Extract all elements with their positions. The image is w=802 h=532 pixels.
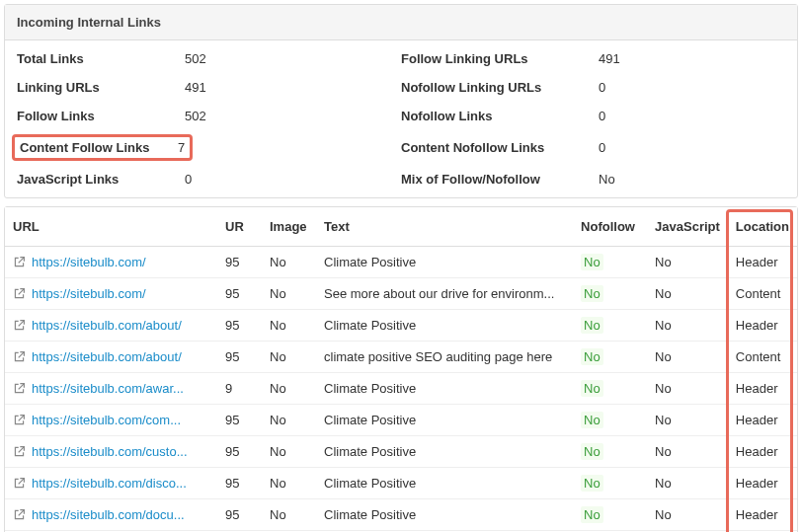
stats-value: 0 bbox=[599, 140, 605, 155]
cell-location: Header bbox=[728, 468, 797, 499]
stats-row: Total Links502Follow Linking URLs491 bbox=[5, 44, 797, 73]
content-follow-links-highlight: Content Follow Links7 bbox=[12, 134, 193, 161]
stats-label: Follow Linking URLs bbox=[401, 51, 599, 66]
cell-nofollow: No bbox=[573, 342, 647, 373]
cell-location: Header bbox=[728, 436, 797, 468]
stats-value: 502 bbox=[185, 51, 206, 66]
stats-label: Linking URLs bbox=[17, 80, 185, 95]
stats-value: 7 bbox=[178, 140, 185, 155]
cell-text: Climate Positive bbox=[316, 247, 573, 278]
external-link-icon bbox=[13, 508, 26, 521]
external-link-icon bbox=[13, 414, 26, 426]
url-link[interactable]: https://sitebulb.com/disco... bbox=[32, 476, 187, 491]
cell-url: https://sitebulb.com/ bbox=[5, 278, 217, 310]
cell-text: Climate Positive bbox=[316, 468, 573, 499]
stats-cell-right: Mix of Follow/NofollowNo bbox=[401, 172, 785, 187]
cell-url: https://sitebulb.com/ bbox=[5, 247, 217, 278]
cell-nofollow: No bbox=[573, 405, 647, 436]
cell-location: Content bbox=[728, 342, 797, 373]
cell-location: Header bbox=[728, 405, 797, 436]
table-row[interactable]: https://sitebulb.com/95NoClimate Positiv… bbox=[5, 247, 797, 278]
table-row[interactable]: https://sitebulb.com/custo...95NoClimate… bbox=[5, 436, 797, 468]
table-row[interactable]: https://sitebulb.com/awar...9NoClimate P… bbox=[5, 373, 797, 405]
cell-nofollow: No bbox=[573, 436, 647, 468]
url-link[interactable]: https://sitebulb.com/ bbox=[32, 255, 146, 269]
url-link[interactable]: https://sitebulb.com/about/ bbox=[32, 318, 182, 333]
external-link-icon bbox=[13, 350, 26, 363]
stats-cell-right: Nofollow Linking URLs0 bbox=[401, 80, 785, 95]
table-row[interactable]: https://sitebulb.com/docu...95NoClimate … bbox=[5, 499, 797, 531]
stats-cell-left: Content Follow Links7 bbox=[17, 137, 401, 158]
col-header-url[interactable]: URL bbox=[5, 207, 217, 247]
stats-cell-left: JavaScript Links0 bbox=[17, 172, 401, 187]
col-header-javascript[interactable]: JavaScript bbox=[647, 207, 728, 247]
cell-javascript: No bbox=[647, 278, 728, 310]
stats-value: 502 bbox=[185, 109, 206, 123]
table-row[interactable]: https://sitebulb.com/about/95NoClimate P… bbox=[5, 310, 797, 342]
cell-text: climate positive SEO auditing page here bbox=[316, 342, 573, 373]
table-row[interactable]: https://sitebulb.com/disco...95NoClimate… bbox=[5, 468, 797, 499]
stats-cell-left: Linking URLs491 bbox=[17, 80, 401, 95]
cell-text: Climate Positive bbox=[316, 436, 573, 468]
cell-javascript: No bbox=[647, 468, 728, 499]
cell-image: No bbox=[262, 436, 316, 468]
cell-image: No bbox=[262, 373, 316, 405]
url-link[interactable]: https://sitebulb.com/custo... bbox=[32, 444, 188, 459]
cell-image: No bbox=[262, 405, 316, 436]
col-header-nofollow[interactable]: Nofollow bbox=[573, 207, 647, 247]
cell-nofollow: No bbox=[573, 278, 647, 310]
cell-location: Header bbox=[728, 247, 797, 278]
external-link-icon bbox=[13, 477, 26, 490]
cell-ur: 95 bbox=[217, 468, 262, 499]
cell-image: No bbox=[262, 247, 316, 278]
cell-javascript: No bbox=[647, 499, 728, 531]
nofollow-badge: No bbox=[581, 348, 603, 365]
nofollow-badge: No bbox=[581, 285, 603, 302]
cell-image: No bbox=[262, 310, 316, 342]
col-header-image[interactable]: Image bbox=[262, 207, 316, 247]
stats-label: Nofollow Linking URLs bbox=[401, 80, 599, 95]
stats-row: Follow Links502Nofollow Links0 bbox=[5, 102, 797, 130]
stats-label: Content Nofollow Links bbox=[401, 140, 599, 155]
stats-cell-right: Nofollow Links0 bbox=[401, 109, 785, 123]
col-header-location[interactable]: Location bbox=[728, 207, 797, 247]
incoming-links-panel: Incoming Internal Links Total Links502Fo… bbox=[4, 4, 798, 198]
table-row[interactable]: https://sitebulb.com/95NoSee more about … bbox=[5, 278, 797, 310]
stats-row: Linking URLs491Nofollow Linking URLs0 bbox=[5, 73, 797, 102]
stats-label: Nofollow Links bbox=[401, 109, 599, 123]
table-row[interactable]: https://sitebulb.com/com...95NoClimate P… bbox=[5, 405, 797, 436]
url-link[interactable]: https://sitebulb.com/ bbox=[32, 286, 146, 301]
stats-body: Total Links502Follow Linking URLs491Link… bbox=[5, 40, 797, 197]
url-link[interactable]: https://sitebulb.com/docu... bbox=[32, 507, 185, 522]
cell-location: Content bbox=[728, 278, 797, 310]
col-header-text[interactable]: Text bbox=[316, 207, 573, 247]
cell-image: No bbox=[262, 499, 316, 531]
stats-cell-right: Follow Linking URLs491 bbox=[401, 51, 785, 66]
cell-url: https://sitebulb.com/about/ bbox=[5, 342, 217, 373]
cell-javascript: No bbox=[647, 310, 728, 342]
cell-ur: 95 bbox=[217, 405, 262, 436]
cell-nofollow: No bbox=[573, 468, 647, 499]
cell-ur: 9 bbox=[217, 373, 262, 405]
url-link[interactable]: https://sitebulb.com/com... bbox=[32, 413, 181, 427]
cell-javascript: No bbox=[647, 405, 728, 436]
col-header-ur[interactable]: UR bbox=[217, 207, 262, 247]
external-link-icon bbox=[13, 319, 26, 332]
table-row[interactable]: https://sitebulb.com/about/95Noclimate p… bbox=[5, 342, 797, 373]
cell-url: https://sitebulb.com/docu... bbox=[5, 499, 217, 531]
cell-javascript: No bbox=[647, 247, 728, 278]
cell-javascript: No bbox=[647, 342, 728, 373]
external-link-icon bbox=[13, 287, 26, 300]
cell-text: Climate Positive bbox=[316, 373, 573, 405]
nofollow-badge: No bbox=[581, 443, 603, 460]
cell-location: Header bbox=[728, 373, 797, 405]
stats-cell-left: Follow Links502 bbox=[17, 109, 401, 123]
url-link[interactable]: https://sitebulb.com/awar... bbox=[32, 381, 184, 396]
stats-cell-left: Total Links502 bbox=[17, 51, 401, 66]
url-link[interactable]: https://sitebulb.com/about/ bbox=[32, 349, 182, 364]
cell-ur: 95 bbox=[217, 278, 262, 310]
panel-title: Incoming Internal Links bbox=[5, 5, 797, 40]
cell-text: See more about our drive for environm... bbox=[316, 278, 573, 310]
cell-ur: 95 bbox=[217, 342, 262, 373]
external-link-icon bbox=[13, 445, 26, 458]
